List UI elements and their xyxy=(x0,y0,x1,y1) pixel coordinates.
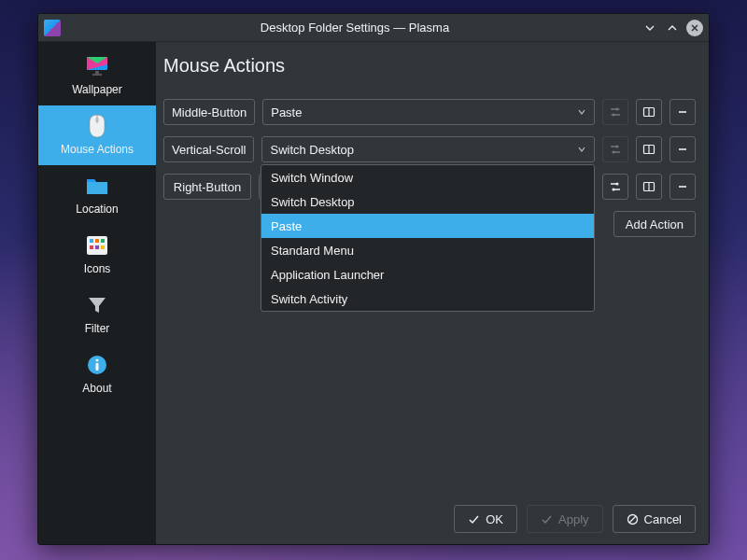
trigger-button[interactable]: Right-Button xyxy=(163,174,251,200)
apply-label: Apply xyxy=(558,512,589,526)
about-action-button[interactable] xyxy=(636,136,662,162)
svg-rect-9 xyxy=(95,239,99,243)
action-combobox[interactable]: Switch Desktop xyxy=(261,136,595,162)
svg-point-15 xyxy=(96,359,99,362)
cancel-button[interactable]: Cancel xyxy=(613,505,696,533)
check-icon xyxy=(541,513,553,525)
funnel-icon xyxy=(84,294,110,316)
ok-label: OK xyxy=(486,512,503,526)
trigger-label: Right-Button xyxy=(174,180,241,194)
dropdown-option[interactable]: Switch Window xyxy=(261,165,594,189)
combobox-value: Switch Desktop xyxy=(270,143,577,157)
svg-rect-11 xyxy=(90,245,93,249)
sidebar-item-wallpaper[interactable]: Wallpaper xyxy=(38,46,156,105)
sidebar-item-label: Icons xyxy=(84,262,111,275)
svg-point-17 xyxy=(616,108,619,111)
content-pane: Mouse Actions Middle-Button Paste Vertic… xyxy=(156,42,709,544)
sidebar-item-label: Mouse Actions xyxy=(61,143,134,156)
page-title: Mouse Actions xyxy=(163,55,696,77)
remove-button[interactable] xyxy=(669,174,696,200)
chevron-down-icon xyxy=(577,107,586,117)
settings-window: Desktop Folder Settings — Plasma Wallpap… xyxy=(37,13,710,545)
window-body: Wallpaper Mouse Actions Location Icons xyxy=(38,42,709,544)
monitor-icon xyxy=(84,55,110,77)
sidebar-item-label: Location xyxy=(76,203,118,216)
dialog-footer: OK Apply Cancel xyxy=(163,496,696,535)
svg-rect-16 xyxy=(96,363,99,371)
svg-point-23 xyxy=(613,151,615,154)
trigger-button[interactable]: Middle-Button xyxy=(163,99,255,125)
icons-grid-icon xyxy=(84,234,110,257)
dropdown-option[interactable]: Switch Desktop xyxy=(261,189,594,214)
minimize-button[interactable] xyxy=(641,20,658,36)
maximize-button[interactable] xyxy=(664,20,681,36)
svg-point-22 xyxy=(616,146,619,148)
about-action-button[interactable] xyxy=(636,174,662,200)
trigger-label: Vertical-Scroll xyxy=(172,143,246,157)
sidebar-item-label: Wallpaper xyxy=(72,83,122,96)
svg-rect-12 xyxy=(95,245,99,249)
chevron-down-icon xyxy=(577,145,586,154)
dropdown-option[interactable]: Paste xyxy=(261,214,594,238)
dropdown-option[interactable]: Switch Activity xyxy=(261,287,594,311)
sidebar-item-icons[interactable]: Icons xyxy=(38,225,156,285)
svg-rect-3 xyxy=(95,71,99,74)
configure-button xyxy=(602,99,628,125)
sidebar-item-location[interactable]: Location xyxy=(38,165,156,225)
action-row: Middle-Button Paste xyxy=(163,99,696,125)
svg-point-27 xyxy=(616,183,619,186)
add-action-label: Add Action xyxy=(626,217,684,231)
action-dropdown: Switch Window Switch Desktop Paste Stand… xyxy=(261,164,595,312)
svg-rect-4 xyxy=(92,74,102,76)
combobox-value: Paste xyxy=(271,105,577,119)
sidebar-item-mouse-actions[interactable]: Mouse Actions xyxy=(38,105,156,165)
trigger-label: Middle-Button xyxy=(172,105,247,119)
svg-line-33 xyxy=(629,516,636,523)
titlebar[interactable]: Desktop Folder Settings — Plasma xyxy=(38,14,709,42)
apply-button: Apply xyxy=(527,505,603,533)
svg-point-18 xyxy=(613,114,615,117)
sidebar-item-about[interactable]: About xyxy=(38,344,156,404)
svg-rect-10 xyxy=(101,239,105,243)
about-action-button[interactable] xyxy=(636,99,662,125)
action-row: Vertical-Scroll Switch Desktop xyxy=(163,136,696,162)
window-title: Desktop Folder Settings — Plasma xyxy=(68,21,641,35)
svg-rect-6 xyxy=(96,118,99,122)
action-combobox[interactable]: Paste xyxy=(262,99,595,125)
svg-rect-8 xyxy=(90,239,93,243)
sidebar-item-label: About xyxy=(82,382,111,395)
info-icon xyxy=(84,354,110,376)
ok-button[interactable]: OK xyxy=(454,505,517,533)
sidebar-item-filter[interactable]: Filter xyxy=(38,285,156,344)
mouse-icon xyxy=(84,115,110,137)
configure-button[interactable] xyxy=(602,174,628,200)
remove-button[interactable] xyxy=(669,99,696,125)
app-icon xyxy=(44,20,61,36)
titlebar-buttons xyxy=(641,20,703,36)
folder-icon xyxy=(84,175,110,197)
cancel-label: Cancel xyxy=(644,512,682,526)
dropdown-option[interactable]: Application Launcher xyxy=(261,262,594,287)
remove-button[interactable] xyxy=(669,136,696,162)
svg-point-28 xyxy=(613,189,615,191)
add-action-button[interactable]: Add Action xyxy=(613,211,696,237)
check-icon xyxy=(468,513,480,525)
svg-rect-13 xyxy=(101,245,105,249)
dropdown-option[interactable]: Standard Menu xyxy=(261,238,594,262)
sidebar-item-label: Filter xyxy=(85,322,110,335)
configure-button xyxy=(602,136,628,162)
sidebar: Wallpaper Mouse Actions Location Icons xyxy=(38,42,156,544)
close-button[interactable] xyxy=(686,20,703,36)
cancel-icon xyxy=(627,513,639,525)
trigger-button[interactable]: Vertical-Scroll xyxy=(163,136,254,162)
